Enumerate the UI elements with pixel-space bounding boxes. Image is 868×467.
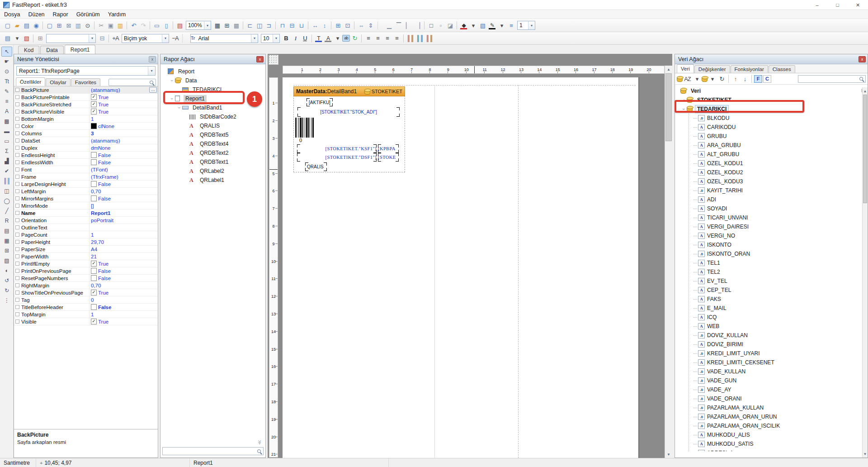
style-add-button[interactable]: ⊞ bbox=[35, 33, 45, 43]
ellipsis-button[interactable]: … bbox=[149, 87, 157, 93]
align-right-button[interactable]: ⊐ bbox=[264, 21, 274, 30]
property-row[interactable]: PrintIfEmpty True bbox=[14, 260, 158, 267]
property-row[interactable]: Tag 0 bbox=[14, 296, 158, 304]
favorite-checkbox[interactable] bbox=[15, 102, 19, 106]
maximize-button[interactable]: □ bbox=[827, 0, 848, 10]
tree-node-qrdbtext5[interactable]: › QRDBText5 bbox=[160, 130, 265, 139]
frame-edit-button[interactable]: ◪ bbox=[445, 21, 455, 30]
band-header[interactable]: MasterData: DetailBand1 STOKETIKET bbox=[293, 86, 405, 96]
crosstab-object-tool[interactable]: ▦ bbox=[1, 236, 12, 246]
property-row[interactable]: BottomMargin 1 bbox=[14, 115, 158, 123]
favorite-checkbox[interactable] bbox=[15, 269, 19, 273]
property-value[interactable]: False bbox=[89, 267, 158, 274]
line-color-dropdown[interactable]: ▾ bbox=[497, 21, 506, 30]
property-row[interactable]: Duplex dmNone bbox=[14, 144, 158, 152]
favorite-checkbox[interactable] bbox=[15, 276, 19, 280]
scroll-down-icon[interactable]: ▼ bbox=[863, 450, 868, 457]
property-row[interactable]: EndlessWidth False bbox=[14, 159, 158, 166]
tree-node-veri-root[interactable]: › Veri ≫ bbox=[675, 86, 868, 95]
property-row[interactable]: Name Report1 bbox=[14, 210, 158, 217]
data-search-input[interactable] bbox=[798, 76, 859, 81]
tree-node-tedarikci[interactable]: › TEDARIKCI bbox=[160, 85, 265, 94]
tree-node-qrlabel2[interactable]: › QRLabel2 bbox=[160, 167, 265, 176]
property-value[interactable]: True bbox=[89, 108, 158, 115]
line-object-tool[interactable]: ╱ bbox=[1, 206, 12, 216]
property-row[interactable]: Color clNone bbox=[14, 123, 158, 130]
field-row[interactable]: OZEL_KODU2 bbox=[689, 168, 868, 177]
field-row[interactable]: VADE_AY bbox=[689, 385, 868, 394]
tree-node-qrdbtext1[interactable]: › QRDBText1 bbox=[160, 157, 265, 167]
data-tab-degiskenler[interactable]: Değişkenler bbox=[694, 65, 730, 73]
field-row[interactable]: TICARI_UNVANI bbox=[689, 213, 868, 222]
property-row[interactable]: ShowTitleOnPreviousPage True bbox=[14, 289, 158, 296]
chevron-down-icon[interactable]: ▾ bbox=[251, 34, 258, 43]
property-row[interactable]: PaperHeight 29,70 bbox=[14, 238, 158, 246]
snap-to-grid-button[interactable]: ⊞ bbox=[222, 21, 231, 30]
field-row[interactable]: OZEL_KODU1 bbox=[689, 159, 868, 168]
barcode-object-tool[interactable]: ║║ bbox=[1, 176, 12, 186]
picture-object-tool[interactable]: ▩ bbox=[1, 116, 12, 126]
new-page-button[interactable]: ▢ bbox=[45, 21, 54, 30]
favorite-checkbox[interactable] bbox=[15, 218, 19, 222]
scrollbar-thumb[interactable] bbox=[665, 73, 672, 141]
align-to-grid-button[interactable]: ▩ bbox=[231, 21, 241, 30]
tree-node-tedarikci[interactable]: › TEDARIKCI bbox=[675, 105, 868, 114]
group-button[interactable]: ▭ bbox=[152, 21, 161, 30]
scroll-up-icon[interactable]: ▲ bbox=[665, 66, 672, 73]
chevron-down-icon[interactable]: ▾ bbox=[148, 67, 155, 75]
memo-dsf1[interactable]: [STOKETIKET."DSF1"] bbox=[297, 153, 377, 162]
property-search-input[interactable] bbox=[109, 80, 149, 85]
favorite-checkbox[interactable] bbox=[15, 167, 19, 172]
tree-node-qrlabel1[interactable]: › QRLabel1 bbox=[160, 176, 265, 185]
format-tool[interactable]: ≡ bbox=[1, 96, 12, 106]
frame-top-button[interactable]: ▔ bbox=[394, 21, 403, 30]
report-page[interactable]: MasterData: DetailBand1 STOKETIKET [AKTI… bbox=[283, 77, 638, 458]
field-row[interactable]: MUHKODU_ALIS bbox=[689, 430, 868, 439]
ungroup-button[interactable]: ▯ bbox=[161, 21, 171, 30]
inspector-tab-olaylar[interactable]: Olaylar bbox=[46, 78, 70, 86]
chevron-down-icon[interactable]: ▾ bbox=[162, 34, 169, 43]
style-selector-dropdown[interactable]: ▾ bbox=[12, 33, 22, 43]
gradient-object-tool[interactable]: ▧ bbox=[1, 256, 12, 266]
property-row[interactable]: BackPicturePrintable True bbox=[14, 94, 158, 101]
field-row[interactable]: TEL1 bbox=[689, 258, 868, 267]
property-value[interactable]: 3 bbox=[89, 130, 158, 137]
favorite-checkbox[interactable] bbox=[15, 247, 19, 251]
favorite-checkbox[interactable] bbox=[15, 196, 19, 200]
chevron-icon[interactable]: › bbox=[681, 106, 687, 112]
align-center-button[interactable]: ◫ bbox=[255, 21, 264, 30]
favorite-checkbox[interactable] bbox=[15, 146, 19, 150]
paste-button[interactable]: ▥ bbox=[115, 21, 125, 30]
property-row[interactable]: Orientation poPortrait bbox=[14, 217, 158, 224]
menu-dosya[interactable]: Dosya bbox=[0, 10, 24, 19]
property-value[interactable]: A4 bbox=[89, 246, 158, 253]
datasets-button[interactable] bbox=[677, 77, 683, 82]
valign-center-button[interactable]: ║║ bbox=[415, 33, 425, 43]
format-add-button[interactable]: +A bbox=[111, 33, 120, 43]
property-value[interactable]: (TfrxFrame) bbox=[89, 173, 158, 180]
field-row[interactable]: DOVIZ_KULLAN bbox=[689, 331, 868, 340]
property-value[interactable]: 0,70 bbox=[89, 188, 158, 195]
tree-node-qralis[interactable]: › QRALIS bbox=[160, 121, 265, 130]
style-select[interactable]: ▾ bbox=[46, 34, 96, 43]
sort-button[interactable]: AZ bbox=[683, 74, 692, 84]
field-row[interactable]: KREDI_LIMIT_UYARI bbox=[689, 349, 868, 358]
new-report-button[interactable]: ▢ bbox=[3, 21, 12, 30]
property-value[interactable]: False bbox=[89, 304, 158, 310]
shape-object-tool[interactable]: ◯ bbox=[1, 196, 12, 206]
property-row[interactable]: LeftMargin 0,70 bbox=[14, 188, 158, 195]
property-value[interactable]: False bbox=[89, 195, 158, 202]
field-row[interactable]: VERGI_NO bbox=[689, 231, 868, 240]
sort-dropdown[interactable]: ▾ bbox=[692, 74, 702, 84]
memo-kpbpa[interactable]: [KPBPA bbox=[378, 144, 399, 153]
font-color-button[interactable]: T bbox=[314, 33, 323, 43]
favorite-checkbox[interactable] bbox=[15, 88, 19, 92]
masterdata-band[interactable]: MasterData: DetailBand1 STOKETIKET [AKTI… bbox=[293, 86, 405, 172]
property-value[interactable]: poPortrait bbox=[89, 217, 158, 224]
property-value[interactable]: [] bbox=[89, 202, 158, 209]
memo-aktifku[interactable]: [AKTIFKU] bbox=[307, 98, 333, 106]
property-row[interactable]: BackPictureStretched True bbox=[14, 101, 158, 108]
preview-button[interactable]: ◉ bbox=[31, 21, 41, 30]
db-image-object-tool[interactable]: ◐ bbox=[1, 266, 12, 276]
favorite-checkbox[interactable] bbox=[15, 182, 19, 186]
